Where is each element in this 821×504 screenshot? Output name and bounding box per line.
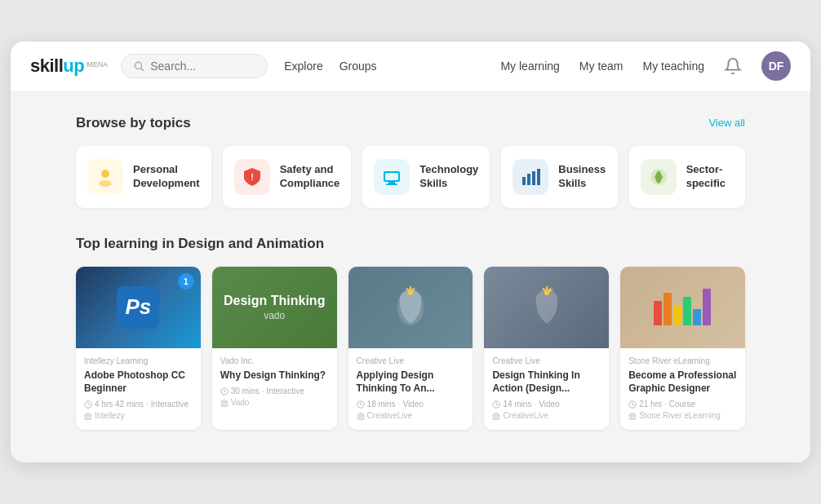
- ps-logo: Ps: [117, 286, 159, 329]
- course-card-2[interactable]: Creative Live Applying Design Thinking T…: [348, 267, 473, 430]
- svg-rect-7: [386, 183, 397, 185]
- learning-section-title: Top learning in Design and Animation: [76, 236, 745, 252]
- topic-card-sector[interactable]: Sector-specific: [629, 146, 745, 208]
- course-meta-2: 18 mins · Video: [357, 400, 465, 409]
- logo-text: skillup: [30, 55, 84, 77]
- topics-section-header: Browse by topics View all: [76, 115, 745, 131]
- course-name-0: Adobe Photoshop CC Beginner: [84, 369, 193, 395]
- svg-rect-32: [494, 414, 500, 418]
- building-icon: [84, 412, 92, 420]
- view-all-link[interactable]: View all: [708, 117, 745, 129]
- course-source-3: CreativeLive: [492, 411, 601, 420]
- course-thumb-2: [348, 267, 473, 348]
- nav-explore[interactable]: Explore: [284, 60, 322, 73]
- svg-line-1: [141, 69, 144, 71]
- building-icon-3: [492, 412, 500, 420]
- brain-icon-2: [390, 283, 431, 332]
- topic-card-technology[interactable]: Technology Skills: [362, 146, 490, 208]
- clock-icon-2: [357, 400, 365, 409]
- course-info-0: Intellezy Learning Adobe Photoshop CC Be…: [76, 348, 201, 430]
- courses-grid: Ps 1 Intellezy Learning Adobe Photoshop …: [76, 267, 745, 430]
- course-card-1[interactable]: Design Thinking vado Vado Inc. Why Desig…: [212, 267, 337, 430]
- building-icon-4: [628, 412, 637, 420]
- topic-label-technology: Technology Skills: [419, 163, 478, 191]
- topics-grid: Personal Development ! Safety and Compli…: [76, 146, 745, 208]
- course-name-3: Design Thinking In Action (Design...: [492, 369, 601, 395]
- course-source-0: Intellezy: [84, 411, 193, 420]
- course-source-1: Vado: [220, 398, 329, 407]
- nav-groups[interactable]: Groups: [339, 60, 377, 73]
- course-info-4: Stone River eLearning Become a Professio…: [620, 348, 745, 430]
- course-card-0[interactable]: Ps 1 Intellezy Learning Adobe Photoshop …: [76, 267, 201, 430]
- topic-icon-technology: [374, 159, 410, 195]
- topic-card-personal[interactable]: Personal Development: [76, 146, 211, 208]
- nav-my-teaching[interactable]: My teaching: [643, 60, 704, 73]
- svg-rect-25: [357, 414, 364, 418]
- clock-icon-4: [628, 400, 637, 409]
- svg-point-0: [135, 63, 142, 69]
- course-name-4: Become a Professional Graphic Designer: [628, 369, 737, 395]
- nav-links: Explore Groups: [284, 60, 376, 73]
- search-icon: [133, 60, 144, 72]
- building-icon-1: [220, 399, 229, 407]
- svg-point-14: [654, 175, 663, 179]
- clock-icon-1: [220, 387, 229, 396]
- nav-right: My learning My team My teaching DF: [500, 51, 791, 81]
- app-window: skillup MENA Explore Groups My learning …: [11, 42, 810, 462]
- course-source-4: Stone River eLearning: [628, 411, 737, 420]
- course-meta-3: 14 mins · Video: [492, 400, 601, 409]
- topic-icon-personal: [87, 159, 123, 195]
- topic-card-safety[interactable]: ! Safety and Compliance: [223, 146, 352, 208]
- svg-rect-10: [527, 174, 530, 185]
- course-thumb-0: Ps 1: [76, 267, 201, 348]
- nav-my-learning[interactable]: My learning: [500, 60, 559, 73]
- course-name-1: Why Design Thinking?: [220, 369, 329, 382]
- nav-my-team[interactable]: My team: [579, 60, 624, 73]
- search-input[interactable]: [150, 60, 255, 73]
- course-card-4[interactable]: Stone River eLearning Become a Professio…: [620, 267, 745, 430]
- logo[interactable]: skillup MENA: [30, 55, 108, 77]
- course-name-2: Applying Design Thinking To An...: [357, 369, 465, 395]
- design-thumb-text: Design Thinking vado: [224, 293, 325, 321]
- course-thumb-4: [620, 267, 745, 348]
- svg-rect-9: [522, 177, 526, 185]
- course-thumb-1: Design Thinking vado: [212, 267, 337, 348]
- svg-rect-8: [385, 173, 398, 180]
- search-bar[interactable]: [121, 54, 268, 78]
- topic-icon-business: [513, 159, 548, 195]
- logo-mena: MENA: [87, 60, 108, 69]
- topic-icon-safety: !: [234, 159, 270, 195]
- course-info-3: Creative Live Design Thinking In Action …: [484, 348, 609, 430]
- course-meta-4: 21 hrs · Course: [628, 400, 737, 409]
- svg-point-2: [101, 170, 109, 178]
- svg-rect-6: [388, 182, 395, 183]
- svg-rect-34: [629, 414, 636, 418]
- topic-label-business: Business Skills: [558, 163, 606, 191]
- notification-bell-icon[interactable]: [724, 57, 742, 75]
- header: skillup MENA Explore Groups My learning …: [11, 42, 810, 92]
- topics-section-title: Browse by topics: [76, 115, 191, 131]
- course-info-1: Vado Inc. Why Design Thinking? 30 mins ·…: [212, 348, 337, 417]
- svg-rect-12: [537, 169, 540, 185]
- course-meta-1: 30 mins · Interactive: [220, 387, 329, 396]
- course-badge-0: 1: [178, 273, 194, 290]
- svg-rect-16: [85, 414, 91, 418]
- topic-icon-sector: [641, 159, 677, 195]
- topic-card-business[interactable]: Business Skills: [501, 146, 617, 208]
- building-icon-2: [357, 412, 365, 420]
- svg-text:!: !: [251, 172, 254, 182]
- topic-label-personal: Personal Development: [133, 163, 200, 191]
- clock-icon: [84, 400, 92, 409]
- course-info-2: Creative Live Applying Design Thinking T…: [348, 348, 473, 430]
- topic-label-safety: Safety and Compliance: [280, 163, 340, 191]
- user-avatar[interactable]: DF: [761, 51, 791, 81]
- main-content: Browse by topics View all Personal Devel…: [11, 92, 810, 462]
- clock-icon-3: [492, 400, 500, 409]
- svg-point-3: [99, 180, 112, 187]
- course-thumb-3: [484, 267, 609, 348]
- brain-icon-3: [526, 283, 567, 332]
- course-card-3[interactable]: Creative Live Design Thinking In Action …: [484, 267, 609, 430]
- course-provider-1: Vado Inc.: [220, 356, 329, 365]
- topic-label-sector: Sector-specific: [686, 163, 734, 191]
- course-provider-0: Intellezy Learning: [84, 356, 193, 365]
